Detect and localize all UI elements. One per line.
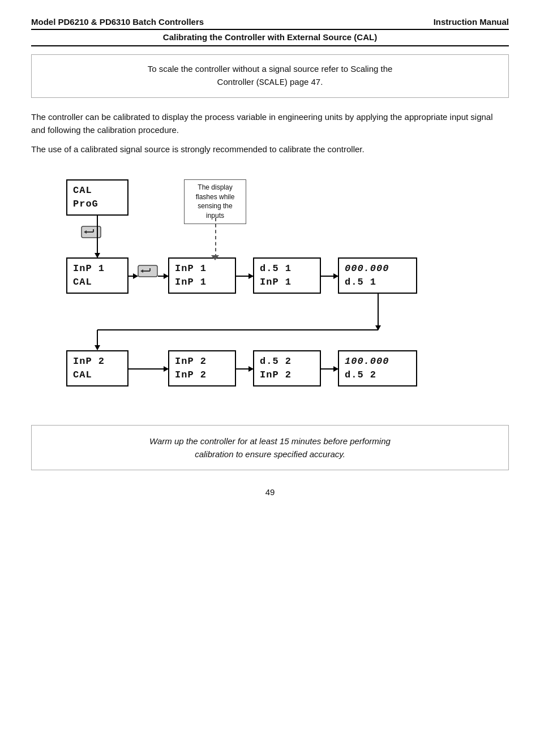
arrow-enter-1b — [158, 276, 168, 277]
box-100: 100.000 d.5 2 — [338, 350, 417, 386]
page: Model PD6210 & PD6310 Batch Controllers … — [0, 0, 540, 756]
box-100-line2: d.5 2 — [345, 368, 376, 382]
box-cal-line2: ProG — [73, 197, 98, 211]
box-cal: CAL ProG — [66, 179, 128, 216]
body-para2: The use of a calibrated signal source is… — [31, 143, 509, 156]
warning-line2: calibration to ensure specified accuracy… — [195, 449, 345, 459]
dashed-arrow-head — [211, 255, 219, 260]
box-inp2b: InP 2 InP 2 — [168, 350, 236, 386]
header-subtitle: Calibrating the Controller with External… — [31, 32, 509, 46]
box-100-line1: 100.000 — [345, 355, 389, 368]
box-inp1a-line1: InP 1 — [73, 262, 105, 276]
arrow-dis1-000 — [321, 276, 338, 277]
box-inp1b: InP 1 InP 1 — [168, 257, 236, 294]
arrow-2a-2b — [128, 368, 168, 370]
info-box: To scale the controller without a signal… — [31, 54, 509, 98]
warning-box: Warm up the controller for at least 15 m… — [31, 425, 509, 471]
arrow-1a-enter — [128, 276, 138, 277]
body-para1: The controller can be calibrated to disp… — [31, 110, 509, 137]
arrow-1b-dis1 — [236, 276, 253, 277]
box-inp2a: InP 2 CAL — [66, 350, 128, 386]
enter-icon-1 — [81, 226, 101, 240]
arrow-000-down — [378, 294, 379, 330]
box-dis2-line1: d.5 2 — [260, 355, 292, 368]
dashed-line-down — [215, 218, 216, 257]
box-inp2b-line1: InP 2 — [175, 355, 207, 368]
warning-line1: Warm up the controller for at least 15 m… — [149, 436, 391, 446]
box-cal-line1: CAL — [73, 184, 92, 197]
tooltip-text: The displayflashes whilesensing theinput… — [196, 183, 235, 220]
box-inp2b-line2: InP 2 — [175, 368, 207, 382]
header-left: Model PD6210 & PD6310 Batch Controllers — [31, 17, 204, 27]
box-inp1a: InP 1 CAL — [66, 257, 128, 294]
arrow-dis2-100 — [321, 368, 338, 370]
box-inp1b-line1: InP 1 — [175, 262, 207, 276]
box-dis2-line2: InP 2 — [260, 368, 292, 382]
diagram-area: CAL ProG InP 1 CAL — [31, 171, 509, 409]
box-dis1: d.5 1 InP 1 — [253, 257, 321, 294]
arrow-bottom-h — [97, 329, 378, 330]
arrow-2b-dis2 — [236, 368, 253, 370]
arrow-cal-down — [97, 216, 98, 257]
info-line1: To scale the controller without a signal… — [148, 64, 393, 74]
box-dis2: d.5 2 InP 2 — [253, 350, 321, 386]
box-dis1-line1: d.5 1 — [260, 262, 292, 276]
box-dis1-line2: InP 1 — [260, 276, 292, 289]
page-number: 49 — [31, 487, 509, 497]
arrow-to-inp2a — [97, 330, 98, 350]
enter-icon-2 — [138, 265, 158, 279]
box-inp1b-line2: InP 1 — [175, 276, 207, 289]
box-000-line2: d.5 1 — [345, 276, 376, 289]
header: Model PD6210 & PD6310 Batch Controllers … — [31, 17, 509, 30]
box-000: 000.000 d.5 1 — [338, 257, 417, 294]
box-inp2a-line2: CAL — [73, 368, 92, 382]
info-line2: Controller (SCALE) page 47. — [217, 77, 323, 87]
box-inp1a-line2: CAL — [73, 276, 92, 289]
box-inp2a-line1: InP 2 — [73, 355, 105, 368]
header-right: Instruction Manual — [434, 17, 509, 27]
box-000-line1: 000.000 — [345, 262, 389, 276]
